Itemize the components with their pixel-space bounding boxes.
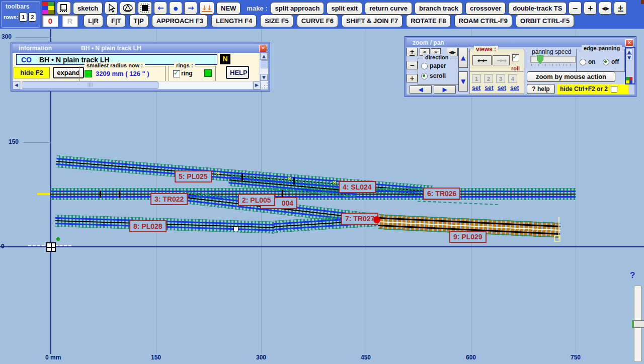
scroll-down-icon[interactable]: ▼ bbox=[260, 74, 268, 81]
scroll-up-icon[interactable]: ▲ bbox=[626, 48, 632, 54]
zoom-out-button[interactable]: − bbox=[407, 61, 418, 69]
roam-ctrl-f9-button[interactable]: ROAM CTRL-F9 bbox=[454, 15, 513, 27]
scroll-radio[interactable] bbox=[421, 73, 428, 79]
datum-origin-marker[interactable] bbox=[46, 242, 56, 252]
left-right-icon: ◀▶ bbox=[602, 6, 609, 11]
sketch-button[interactable]: sketch bbox=[73, 2, 103, 15]
size-f5-button[interactable]: SIZE F5 bbox=[260, 15, 293, 27]
mini-palette-icon[interactable] bbox=[626, 77, 632, 83]
drop-down-button[interactable]: ↓↓ bbox=[199, 2, 214, 15]
curve-f6-button[interactable]: CURVE F6 bbox=[297, 15, 338, 27]
new-button[interactable]: NEW bbox=[216, 2, 240, 15]
ring-tool-button[interactable] bbox=[120, 2, 136, 15]
help-question-mark[interactable]: ? bbox=[630, 270, 635, 281]
view-4-button[interactable]: 4 bbox=[508, 74, 517, 83]
views-group: views : ←← →→ roll 1234 setsetsetset bbox=[469, 49, 524, 94]
length-f4-button[interactable]: LENGTH F4 bbox=[211, 15, 257, 27]
make-crossover-button[interactable]: crossover bbox=[465, 2, 506, 15]
view-1-button[interactable]: 1 bbox=[472, 74, 481, 83]
set-view-2-link[interactable]: set bbox=[485, 84, 493, 92]
mode-zero-indicator[interactable]: 0 bbox=[42, 15, 58, 27]
hide-button[interactable]: hide F2 bbox=[14, 67, 50, 78]
zoom-help-button[interactable]: ? help bbox=[527, 84, 555, 94]
selected-handle-dot[interactable] bbox=[373, 216, 380, 223]
view-back-button[interactable]: ←← bbox=[472, 55, 492, 65]
shift-join-f7-button[interactable]: SHIFT & JOIN F7 bbox=[342, 15, 403, 27]
radius-ok-indicator bbox=[85, 70, 92, 77]
view-forward-button[interactable]: →→ bbox=[493, 55, 510, 65]
scroll-down-icon[interactable]: ▼ bbox=[626, 54, 632, 60]
make-split-exit-button[interactable]: split exit bbox=[327, 2, 362, 15]
view-2-button[interactable]: 2 bbox=[484, 74, 493, 83]
right-vertical-slider[interactable] bbox=[634, 286, 641, 362]
set-view-3-link[interactable]: set bbox=[498, 84, 506, 92]
roll-checkbox[interactable] bbox=[512, 54, 519, 61]
paper-radio[interactable] bbox=[421, 63, 428, 69]
rotate-f8-button[interactable]: ROTATE F8 bbox=[406, 15, 450, 27]
edge-on-radio[interactable] bbox=[580, 59, 586, 65]
info-vscroll-thumb[interactable] bbox=[261, 60, 268, 68]
info-horizontal-scrollbar[interactable]: ◀ |||| ▶ bbox=[13, 81, 268, 89]
pan-down-button[interactable]: ▼ bbox=[458, 71, 468, 92]
pan-right-button[interactable]: → bbox=[184, 2, 197, 15]
page-outline-button[interactable] bbox=[57, 2, 71, 15]
pan-left-button[interactable]: ◀ bbox=[410, 85, 432, 94]
zoom-plus-dashed-button[interactable]: + bbox=[407, 48, 418, 56]
track-label-3[interactable]: 3: TR022 bbox=[150, 193, 188, 205]
track-label-8[interactable]: 8: PL028 bbox=[129, 220, 167, 232]
center-dot-button[interactable]: ● bbox=[169, 2, 182, 15]
panning-speed-slider[interactable] bbox=[530, 56, 576, 63]
right-slider-thumb[interactable] bbox=[632, 320, 644, 328]
plus-dashed-button[interactable]: + bbox=[614, 2, 627, 15]
zoom-hide-strip[interactable]: hide Ctrl+F2 or 2 bbox=[557, 84, 628, 94]
make-branch-track-button[interactable]: branch track bbox=[415, 2, 463, 15]
orbit-ctrl-f5-button[interactable]: ORBIT CTRL-F5 bbox=[516, 15, 574, 27]
pan-up-button[interactable]: ▲ bbox=[458, 48, 468, 68]
close-icon[interactable]: ✕ bbox=[259, 45, 267, 52]
view-3-button[interactable]: 3 bbox=[496, 74, 505, 83]
zoom-out-button[interactable]: − bbox=[569, 2, 582, 15]
make-split-approach-button[interactable]: split approach bbox=[271, 2, 325, 15]
help-button[interactable]: HELP bbox=[226, 66, 249, 79]
set-view-1-link[interactable]: set bbox=[472, 84, 480, 92]
palette-icon[interactable] bbox=[42, 2, 55, 15]
edge-off-radio[interactable] bbox=[603, 59, 609, 65]
pointer-button[interactable] bbox=[105, 2, 118, 15]
information-panel: information BH • N plain track LH ✕ CO B… bbox=[11, 42, 270, 91]
scroll-right-icon[interactable]: ▶ bbox=[253, 81, 261, 89]
fit-width-button[interactable]: ◀▶ bbox=[599, 2, 612, 15]
mode-r-indicator[interactable]: R bbox=[62, 15, 78, 27]
ring-checkbox[interactable] bbox=[173, 70, 180, 77]
rows-1-button[interactable]: 1 bbox=[19, 13, 27, 22]
rows-2-button[interactable]: 2 bbox=[28, 13, 36, 22]
zoom-in-button[interactable]: + bbox=[584, 2, 597, 15]
ring-color-indicator[interactable] bbox=[204, 69, 212, 77]
make-return-curve-button[interactable]: return curve bbox=[365, 2, 412, 15]
info-hscroll-thumb[interactable]: |||| bbox=[22, 81, 158, 89]
info-vertical-scrollbar[interactable]: ▲ ▼ bbox=[260, 53, 268, 81]
information-titlebar[interactable]: information BH • N plain track LH ✕ bbox=[13, 44, 268, 53]
zoom-by-mouse-button[interactable]: zoom by mouse action bbox=[527, 71, 615, 82]
f-t-button[interactable]: F|T bbox=[107, 15, 126, 27]
hide-checkbox[interactable] bbox=[611, 86, 617, 93]
resize-grip-icon[interactable] bbox=[261, 81, 268, 89]
l-r-button[interactable]: L|R bbox=[84, 15, 103, 27]
scroll-up-icon[interactable]: ▲ bbox=[260, 53, 268, 60]
approach-f3-button[interactable]: APPROACH F3 bbox=[152, 15, 208, 27]
track-label-2[interactable]: 2: PL005 bbox=[238, 194, 275, 206]
track-label-5[interactable]: 5: PL025 bbox=[175, 170, 212, 183]
info-hscroll-track[interactable]: |||| bbox=[20, 81, 253, 89]
scroll-left-icon[interactable]: ◀ bbox=[13, 81, 20, 89]
track-label-9[interactable]: 9: PL029 bbox=[449, 231, 487, 243]
zoom-in-button[interactable]: + bbox=[407, 74, 418, 82]
track-label-4[interactable]: 4: SL024 bbox=[339, 181, 376, 193]
slider-thumb-icon[interactable] bbox=[537, 55, 543, 64]
filled-square-button[interactable] bbox=[138, 2, 152, 15]
pan-left-button[interactable]: ← bbox=[154, 2, 167, 15]
close-icon[interactable]: ✕ bbox=[625, 39, 633, 47]
pan-right-button[interactable]: ▶ bbox=[434, 85, 456, 94]
make-double-track-ts-button[interactable]: double-track TS bbox=[508, 2, 567, 15]
t-p-button[interactable]: T|P bbox=[129, 15, 148, 27]
track-label-6[interactable]: 6: TR026 bbox=[423, 188, 460, 200]
set-view-4-link[interactable]: set bbox=[510, 84, 519, 92]
